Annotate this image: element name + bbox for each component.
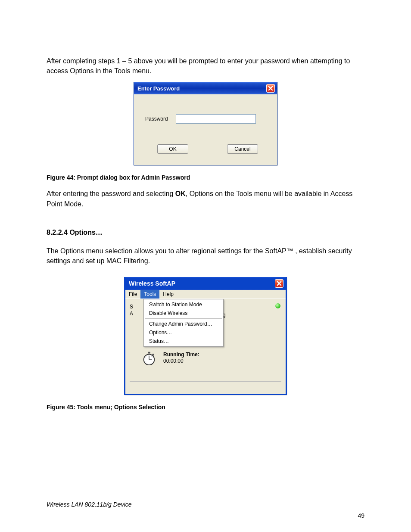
menu-item-disable-wireless[interactable]: Disable Wireless	[145, 309, 222, 317]
running-time-label: Running Time:	[163, 352, 199, 358]
paragraph-options-desc: The Options menu selection allows you to…	[47, 246, 364, 266]
menu-item-change-password[interactable]: Change Admin Password…	[145, 320, 222, 328]
dialog-title: Enter Password	[137, 85, 180, 92]
menu-item-options[interactable]: Options…	[145, 328, 222, 337]
svg-point-6	[152, 354, 154, 356]
footer-device-name: Wireless LAN 802.11b/g Device	[47, 501, 132, 508]
text-fragment: After entering the password and selectin…	[47, 190, 175, 197]
wireless-softap-window: Wireless SoftAP File Tools Help SA g Swi…	[124, 277, 287, 395]
password-label: Password	[145, 116, 168, 122]
running-time-value: 00:00:00	[163, 358, 199, 365]
text-bold-ok: OK	[175, 190, 186, 197]
password-input[interactable]	[176, 114, 256, 124]
section-heading-options: 8.2.2.4 Options…	[47, 229, 364, 236]
menu-file[interactable]: File	[125, 290, 140, 299]
svg-rect-4	[148, 352, 150, 354]
paragraph-after-password: After entering the password and selectin…	[47, 189, 364, 208]
obscured-text-left: SA	[130, 303, 133, 317]
figure-45-container: Wireless SoftAP File Tools Help SA g Swi…	[47, 277, 364, 395]
menu-tools[interactable]: Tools	[140, 290, 159, 299]
figure-44-caption: Figure 44: Prompt dialog box for Admin P…	[47, 174, 364, 181]
close-icon[interactable]	[275, 279, 283, 288]
menu-item-status[interactable]: Status…	[145, 337, 222, 345]
menubar: File Tools Help	[125, 290, 286, 299]
figure-45-caption: Figure 45: Tools menu; Options Selection	[47, 404, 364, 411]
tools-dropdown-menu: Switch to Station Mode Disable Wireless …	[143, 299, 224, 347]
menu-item-switch-station[interactable]: Switch to Station Mode	[145, 300, 222, 309]
softap-titlebar[interactable]: Wireless SoftAP	[125, 277, 286, 290]
menu-help[interactable]: Help	[159, 290, 177, 299]
close-icon[interactable]	[266, 84, 275, 93]
stopwatch-icon	[141, 350, 157, 366]
divider	[130, 381, 281, 382]
menu-separator	[145, 318, 222, 319]
svg-line-7	[152, 355, 153, 356]
enter-password-dialog: Enter Password Password OK Cancel	[134, 82, 277, 165]
page-number: 49	[358, 512, 364, 519]
paragraph-intro: After completing steps 1 – 5 above you w…	[47, 56, 364, 76]
status-indicator-icon	[275, 303, 280, 308]
softap-title: Wireless SoftAP	[129, 280, 175, 287]
dialog-titlebar[interactable]: Enter Password	[134, 82, 277, 94]
ok-button[interactable]: OK	[157, 144, 188, 154]
cancel-button[interactable]: Cancel	[227, 144, 258, 154]
figure-44-container: Enter Password Password OK Cancel	[47, 82, 364, 165]
